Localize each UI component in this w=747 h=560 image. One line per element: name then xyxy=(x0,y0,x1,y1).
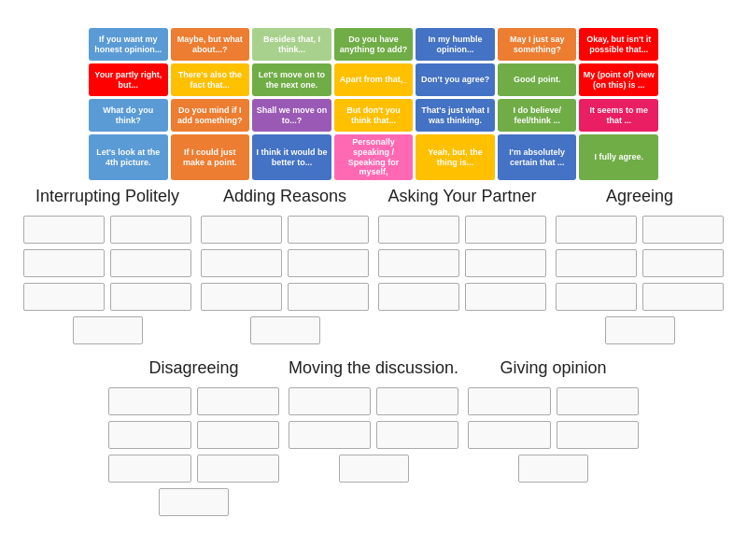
tiles-row-4: Let's look at the 4th picture.If I could… xyxy=(89,134,658,180)
word-tile[interactable]: Let's move on to the next one. xyxy=(252,63,331,96)
word-tile[interactable]: Personally speaking / Speaking for mysel… xyxy=(334,134,414,180)
drop-box[interactable] xyxy=(23,249,105,277)
drop-box[interactable] xyxy=(108,455,190,483)
drop-box[interactable] xyxy=(197,455,279,483)
drop-box[interactable] xyxy=(378,216,459,244)
drop-box[interactable] xyxy=(556,283,637,311)
drop-box[interactable] xyxy=(465,249,546,277)
category-asking: Asking Your Partner xyxy=(374,187,551,344)
drop-box[interactable] xyxy=(557,421,639,449)
drop-box[interactable] xyxy=(465,283,546,311)
drop-box[interactable] xyxy=(642,216,724,244)
category-title-agreeing: Agreeing xyxy=(556,187,724,206)
drop-box[interactable] xyxy=(465,216,546,244)
drop-box[interactable] xyxy=(468,387,550,415)
word-tile[interactable]: Let's look at the 4th picture. xyxy=(89,134,168,180)
drop-grid-interrupting xyxy=(23,216,191,311)
drop-box[interactable] xyxy=(23,283,105,311)
drop-box-extra[interactable] xyxy=(605,316,675,344)
category-title-interrupting: Interrupting Politely xyxy=(23,187,191,206)
category-title-giving-opinion: Giving opinion xyxy=(468,358,639,378)
drop-box-extra[interactable] xyxy=(518,455,588,483)
drop-box[interactable] xyxy=(557,387,639,415)
category-title-asking: Asking Your Partner xyxy=(378,187,546,206)
word-tile[interactable]: Don't you agree? xyxy=(416,63,495,96)
tiles-container: If you want my honest opinion...Maybe, b… xyxy=(89,28,658,183)
word-tile[interactable]: That's just what I was thinking. xyxy=(416,99,495,132)
word-tile[interactable]: There's also the fact that... xyxy=(171,63,250,96)
drop-box[interactable] xyxy=(642,283,724,311)
word-tile[interactable]: I do believe/ feel/think ... xyxy=(498,99,577,132)
drop-box[interactable] xyxy=(197,421,279,449)
word-tile[interactable]: Okay, but isn't it possible that... xyxy=(579,28,658,61)
word-tile[interactable]: What do you think? xyxy=(89,99,168,132)
word-tile[interactable]: I think it would be better to... xyxy=(252,134,331,180)
drop-grid-disagreeing xyxy=(108,387,279,483)
word-tile[interactable]: I fully agree. xyxy=(579,134,658,180)
word-tile[interactable]: I'm absolutely certain that ... xyxy=(498,134,577,180)
drop-box[interactable] xyxy=(23,216,105,244)
drop-box[interactable] xyxy=(289,387,371,415)
bottom-categories: Disagreeing Moving the discussion. xyxy=(19,358,728,516)
word-tile[interactable]: My (point of) view (on this) is ... xyxy=(579,63,658,96)
word-tile[interactable]: But don't you think that... xyxy=(334,99,414,132)
drop-box[interactable] xyxy=(642,249,724,277)
word-tile[interactable]: Besides that, I think... xyxy=(252,28,331,61)
drop-box[interactable] xyxy=(378,283,459,311)
word-tile[interactable]: Do you mind if I add something? xyxy=(171,99,250,132)
word-tile[interactable]: Your partly right, but... xyxy=(89,63,168,96)
category-interrupting: Interrupting Politely xyxy=(19,187,196,344)
drop-grid-adding xyxy=(201,216,369,311)
drop-box[interactable] xyxy=(376,421,458,449)
word-tile[interactable]: In my humble opinion... xyxy=(416,28,495,61)
drop-box[interactable] xyxy=(110,283,191,311)
drop-box-extra[interactable] xyxy=(159,488,229,516)
drop-grid-agreeing xyxy=(556,216,724,311)
drop-box[interactable] xyxy=(197,387,279,415)
word-tile[interactable]: May I just say something? xyxy=(498,28,577,61)
word-tile[interactable]: Maybe, but what about...? xyxy=(171,28,250,61)
drop-grid-giving-opinion xyxy=(468,387,639,449)
tiles-row-2: Your partly right, but...There's also th… xyxy=(89,63,658,96)
drop-box[interactable] xyxy=(201,249,282,277)
drop-box[interactable] xyxy=(288,216,369,244)
drop-grid-asking xyxy=(378,216,546,311)
drop-box[interactable] xyxy=(110,249,191,277)
drop-box[interactable] xyxy=(556,249,637,277)
tiles-row-1: If you want my honest opinion...Maybe, b… xyxy=(89,28,658,61)
category-title-moving: Moving the discussion. xyxy=(289,358,459,378)
category-giving-opinion: Giving opinion xyxy=(463,358,643,516)
word-tile[interactable]: Apart from that,_ xyxy=(334,63,414,96)
word-tile[interactable]: It seems to me that ... xyxy=(579,99,658,132)
category-title-disagreeing: Disagreeing xyxy=(108,358,279,378)
drop-box[interactable] xyxy=(108,387,190,415)
word-tile[interactable]: Yeah, but, the thing is... xyxy=(416,134,495,180)
drop-box[interactable] xyxy=(288,249,369,277)
category-title-adding: Adding Reasons xyxy=(201,187,369,206)
drop-box[interactable] xyxy=(288,283,369,311)
word-tile[interactable]: If you want my honest opinion... xyxy=(89,28,168,61)
word-tile[interactable]: If I could just make a point. xyxy=(171,134,250,180)
drop-grid-moving xyxy=(289,387,459,449)
drop-box[interactable] xyxy=(468,421,550,449)
drop-box[interactable] xyxy=(201,216,282,244)
drop-box[interactable] xyxy=(376,387,458,415)
drop-box-extra[interactable] xyxy=(73,316,143,344)
drop-box[interactable] xyxy=(110,216,191,244)
category-agreeing: Agreeing xyxy=(551,187,728,344)
tiles-row-3: What do you think?Do you mind if I add s… xyxy=(89,99,658,132)
word-tile[interactable]: Good point. xyxy=(498,63,577,96)
drop-box[interactable] xyxy=(289,421,371,449)
drop-box[interactable] xyxy=(378,249,459,277)
category-moving: Moving the discussion. xyxy=(284,358,464,516)
category-adding: Adding Reasons xyxy=(196,187,374,344)
drop-box-extra[interactable] xyxy=(250,316,320,344)
categories-area: Interrupting Politely Adding Reasons xyxy=(19,187,728,516)
drop-box[interactable] xyxy=(108,421,190,449)
word-tile[interactable]: Shall we move on to...? xyxy=(252,99,331,132)
drop-box[interactable] xyxy=(556,216,637,244)
word-tile[interactable]: Do you have anything to add? xyxy=(334,28,414,61)
drop-box-extra[interactable] xyxy=(339,455,409,483)
drop-box[interactable] xyxy=(201,283,282,311)
top-categories: Interrupting Politely Adding Reasons xyxy=(19,187,728,344)
